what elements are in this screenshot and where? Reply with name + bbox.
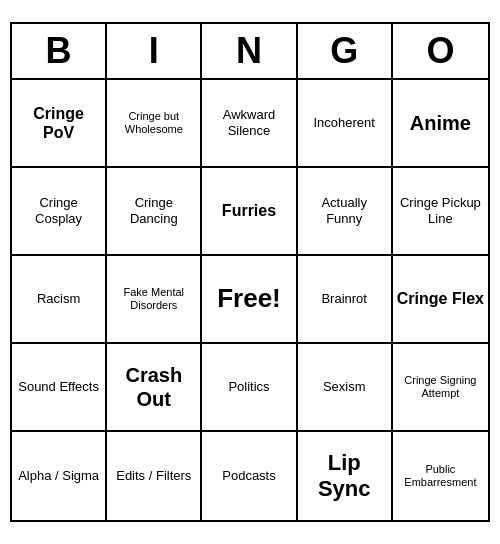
cell-label: Cringe but Wholesome: [111, 110, 196, 136]
bingo-cell: Cringe PoV: [12, 80, 107, 168]
bingo-card: BINGO Cringe PoVCringe but WholesomeAwkw…: [10, 22, 490, 522]
cell-label: Cringe Dancing: [111, 195, 196, 226]
bingo-cell: Cringe Pickup Line: [393, 168, 488, 256]
bingo-cell: Cringe but Wholesome: [107, 80, 202, 168]
cell-label: Cringe PoV: [16, 104, 101, 142]
bingo-cell: Racism: [12, 256, 107, 344]
bingo-cell: Anime: [393, 80, 488, 168]
bingo-cell: Podcasts: [202, 432, 297, 520]
cell-label: Free!: [217, 283, 281, 314]
cell-label: Sound Effects: [18, 379, 99, 395]
bingo-letter: O: [393, 24, 488, 78]
bingo-cell: Public Embarresment: [393, 432, 488, 520]
cell-label: Cringe Pickup Line: [397, 195, 484, 226]
bingo-cell: Alpha / Sigma: [12, 432, 107, 520]
cell-label: Cringe Signing Attempt: [397, 374, 484, 400]
cell-label: Brainrot: [321, 291, 367, 307]
cell-label: Incoherent: [313, 115, 374, 131]
cell-label: Racism: [37, 291, 80, 307]
bingo-cell: Brainrot: [298, 256, 393, 344]
cell-label: Anime: [410, 111, 471, 135]
bingo-cell: Sound Effects: [12, 344, 107, 432]
bingo-letter: I: [107, 24, 202, 78]
bingo-letter: G: [298, 24, 393, 78]
cell-label: Public Embarresment: [397, 463, 484, 489]
bingo-cell: Free!: [202, 256, 297, 344]
cell-label: Crash Out: [111, 363, 196, 411]
bingo-cell: Sexism: [298, 344, 393, 432]
bingo-cell: Cringe Signing Attempt: [393, 344, 488, 432]
bingo-cell: Politics: [202, 344, 297, 432]
bingo-cell: Furries: [202, 168, 297, 256]
bingo-header: BINGO: [12, 24, 488, 80]
cell-label: Lip Sync: [302, 450, 387, 503]
bingo-cell: Lip Sync: [298, 432, 393, 520]
bingo-cell: Cringe Flex: [393, 256, 488, 344]
cell-label: Alpha / Sigma: [18, 468, 99, 484]
bingo-letter: N: [202, 24, 297, 78]
cell-label: Podcasts: [222, 468, 275, 484]
cell-label: Edits / Filters: [116, 468, 191, 484]
cell-label: Fake Mental Disorders: [111, 286, 196, 312]
cell-label: Cringe Flex: [397, 289, 484, 308]
bingo-cell: Actually Funny: [298, 168, 393, 256]
cell-label: Actually Funny: [302, 195, 387, 226]
bingo-grid: Cringe PoVCringe but WholesomeAwkward Si…: [12, 80, 488, 520]
cell-label: Furries: [222, 201, 276, 220]
bingo-cell: Edits / Filters: [107, 432, 202, 520]
bingo-letter: B: [12, 24, 107, 78]
bingo-cell: Awkward Silence: [202, 80, 297, 168]
cell-label: Awkward Silence: [206, 107, 291, 138]
bingo-cell: Crash Out: [107, 344, 202, 432]
bingo-cell: Fake Mental Disorders: [107, 256, 202, 344]
cell-label: Politics: [228, 379, 269, 395]
bingo-cell: Cringe Cosplay: [12, 168, 107, 256]
bingo-cell: Cringe Dancing: [107, 168, 202, 256]
cell-label: Cringe Cosplay: [16, 195, 101, 226]
bingo-cell: Incoherent: [298, 80, 393, 168]
cell-label: Sexism: [323, 379, 366, 395]
